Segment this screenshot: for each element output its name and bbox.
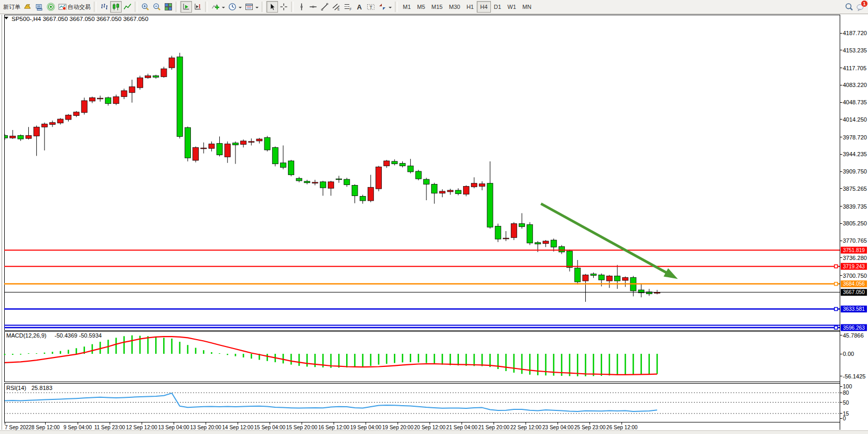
chartshift-icon bbox=[194, 3, 202, 11]
cursor-button[interactable] bbox=[266, 1, 278, 13]
market-watch-button[interactable] bbox=[34, 1, 45, 13]
time-axis-label: 19 Sep 20:00 bbox=[382, 425, 414, 430]
label-button[interactable]: T bbox=[365, 1, 377, 13]
candle-body bbox=[26, 135, 31, 138]
chart-canvas[interactable]: 4187.7204153.2354117.7054083.2204048.735… bbox=[0, 0, 868, 434]
time-axis-label: 15 Sep 20:00 bbox=[286, 425, 318, 430]
candle-body bbox=[376, 167, 381, 189]
new-order-button[interactable]: 新订单 bbox=[2, 1, 22, 13]
chevron-down-icon[interactable] bbox=[239, 7, 242, 10]
chart-title: SP500-,H4 3667.050 3667.050 3667.050 366… bbox=[12, 16, 148, 22]
tf-m5-button[interactable]: M5 bbox=[414, 1, 428, 13]
tf-m15-button[interactable]: M15 bbox=[428, 1, 446, 13]
level-handle[interactable] bbox=[834, 308, 838, 311]
auto-scroll-button[interactable] bbox=[180, 1, 192, 13]
line-chart-button[interactable] bbox=[122, 1, 133, 13]
horizontal-line-button[interactable] bbox=[307, 1, 319, 13]
crosshair-icon bbox=[280, 3, 288, 11]
candle-body bbox=[66, 115, 71, 120]
toolbar-separator bbox=[135, 2, 137, 12]
candle-body bbox=[455, 190, 461, 194]
main-chart-panel[interactable] bbox=[4, 15, 840, 330]
price-axis-label: 3700.750 bbox=[843, 273, 867, 279]
price-axis-label: 4117.705 bbox=[843, 65, 866, 71]
chat-button[interactable]: 1 bbox=[855, 1, 866, 13]
text-button[interactable]: A bbox=[353, 1, 365, 13]
autotrade-button-label: 自动交易 bbox=[68, 3, 91, 11]
time-axis-label: 12 Sep 12:00 bbox=[126, 425, 157, 430]
tf-m30-button[interactable]: M30 bbox=[446, 1, 463, 13]
candle-body bbox=[408, 166, 413, 171]
candle-body bbox=[320, 182, 326, 188]
fibonacci-button[interactable]: F bbox=[342, 1, 353, 13]
candle-body bbox=[113, 96, 119, 103]
candle-body bbox=[201, 148, 207, 149]
mt4-terminal-window: 4187.7204153.2354117.7054083.2204048.735… bbox=[0, 0, 868, 434]
time-axis-label: 7 Sep 2022 bbox=[5, 425, 32, 430]
candle-body bbox=[34, 127, 39, 136]
vertical-line-button[interactable] bbox=[296, 1, 307, 13]
candle-body bbox=[145, 75, 151, 78]
candle-body bbox=[598, 275, 604, 280]
time-axis-label: 13 Sep 04:00 bbox=[158, 425, 189, 430]
zoom-in-button[interactable] bbox=[140, 1, 151, 13]
candlestick-chart-button[interactable] bbox=[110, 1, 122, 13]
text-icon: A bbox=[355, 3, 363, 11]
macd-axis-label: 45.7866 bbox=[843, 332, 864, 339]
autotrade-button[interactable]: 自动交易 bbox=[57, 1, 92, 13]
macd-values: -50.4369 -50.5934 bbox=[55, 332, 102, 339]
tf-w1-button[interactable]: W1 bbox=[505, 1, 520, 13]
tf-m1-button-label: M1 bbox=[403, 4, 411, 10]
channel-button[interactable]: E bbox=[330, 1, 342, 13]
time-axis-label: 22 Sep 12:00 bbox=[510, 425, 542, 430]
tf-m15-button-label: M15 bbox=[432, 4, 443, 10]
price-axis-label: 4014.250 bbox=[843, 116, 867, 123]
indicators-icon bbox=[211, 3, 220, 11]
candle-body bbox=[543, 241, 549, 244]
bar-chart-button[interactable] bbox=[99, 1, 110, 13]
chevron-down-icon[interactable] bbox=[222, 7, 225, 10]
candle-body bbox=[312, 182, 318, 183]
rsi-axis-label: 0 bbox=[843, 415, 846, 421]
candle-body bbox=[432, 185, 437, 193]
price-badge: 3684.056 bbox=[843, 281, 865, 287]
level-handle[interactable] bbox=[834, 326, 838, 329]
price-axis-label: 3978.720 bbox=[843, 134, 867, 140]
candle-body bbox=[272, 147, 278, 164]
tf-mn-button-label: MN bbox=[522, 4, 531, 10]
time-axis-label: 8 Sep 12:00 bbox=[31, 425, 60, 430]
arrows-button[interactable] bbox=[377, 1, 393, 13]
price-badge: 3719.243 bbox=[843, 264, 865, 269]
tf-h4-button[interactable]: H4 bbox=[477, 1, 490, 13]
trendline-button[interactable] bbox=[319, 1, 330, 13]
toolbar-separator bbox=[205, 2, 208, 12]
templates-button[interactable] bbox=[243, 1, 260, 13]
signals-button[interactable] bbox=[45, 1, 57, 13]
gold-ingot-button[interactable] bbox=[22, 1, 34, 13]
candle-body bbox=[41, 124, 47, 127]
tile-windows-button[interactable] bbox=[163, 1, 174, 13]
candle-body bbox=[368, 187, 373, 201]
zoom-out-button[interactable] bbox=[151, 1, 163, 13]
tf-mn-button[interactable]: MN bbox=[519, 1, 534, 13]
tf-h1-button[interactable]: H1 bbox=[463, 1, 477, 13]
chart-shift-button[interactable] bbox=[192, 1, 203, 13]
time-axis-label: 19 Sep 04:00 bbox=[350, 425, 382, 430]
chevron-down-icon[interactable] bbox=[389, 7, 392, 10]
svg-text:T: T bbox=[370, 5, 373, 10]
level-handle[interactable] bbox=[834, 283, 838, 286]
crosshair-button[interactable] bbox=[278, 1, 290, 13]
time-axis-label: 21 Sep 04:00 bbox=[446, 425, 478, 430]
price-badge: 3751.819 bbox=[843, 247, 865, 253]
tf-d1-button[interactable]: D1 bbox=[491, 1, 505, 13]
macd-panel[interactable] bbox=[4, 331, 840, 382]
tf-m1-button[interactable]: M1 bbox=[400, 1, 414, 13]
toolbar-separator bbox=[176, 2, 178, 12]
indicators-button[interactable] bbox=[210, 1, 227, 13]
candle-body bbox=[89, 97, 95, 101]
candle-body bbox=[10, 136, 16, 138]
search-button[interactable] bbox=[843, 1, 855, 13]
periods-button[interactable] bbox=[227, 1, 243, 13]
level-handle[interactable] bbox=[834, 265, 838, 268]
chevron-down-icon[interactable] bbox=[255, 7, 259, 10]
